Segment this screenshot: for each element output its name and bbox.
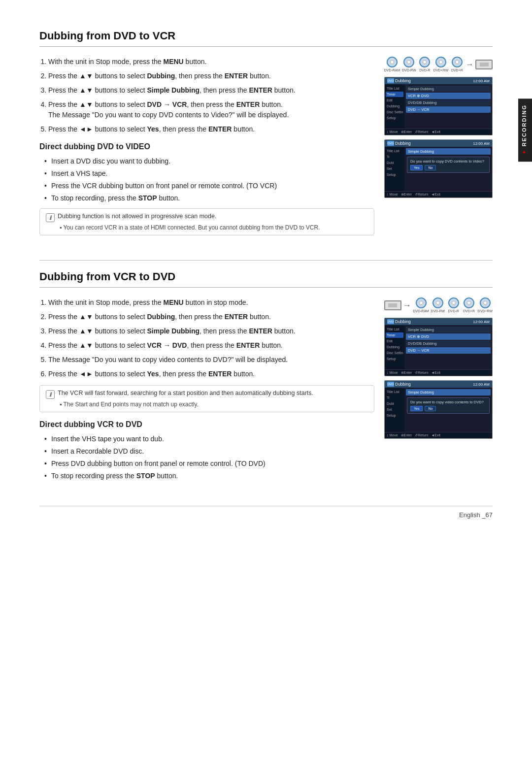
vcr-box-2 <box>384 300 401 310</box>
bullet2-3: Press DVD dubbing button on front panel … <box>44 459 374 469</box>
screen3-main: Simple Dubbing VCR ⊕ DVD DVD/DB Dubbing … <box>404 325 492 369</box>
sidebar-title-list: Title List <box>386 86 403 91</box>
dialog-vcr-to-dvd: Do you want to copy video contents to DV… <box>407 397 490 414</box>
step1-1: With the unit in Stop mode, press the ME… <box>48 57 374 67</box>
dvd-icon-r: DVD-R <box>418 57 432 72</box>
footer-return-2: ↺Return <box>415 193 428 197</box>
bullet1-4: To stop recording, press the STOP button… <box>44 193 374 203</box>
sidebar2-setup: Setup <box>386 172 403 177</box>
sidebar-edit: Edit <box>386 98 403 103</box>
dialog-yes-2[interactable]: Yes <box>410 406 423 411</box>
footer-enter-4: ⊕Enter <box>401 433 412 437</box>
sidebar-setup: Setup <box>386 115 403 121</box>
brand-logo-3: DVD <box>387 319 394 324</box>
step2-3: Press the ▲▼ buttons to select Simple Du… <box>48 326 374 336</box>
section-divider <box>39 260 493 261</box>
sidebar3-edit: Edit <box>386 338 403 344</box>
note1-text1: Dubbing function is not allowed in progr… <box>58 213 216 220</box>
dialog-dvd-to-vcr: Do you want to copy DVD contents to Vide… <box>407 157 490 173</box>
screen3-menu: Simple Dubbing VCR ⊕ DVD DVD/DB Dubbing … <box>406 327 491 354</box>
screen2-main: Simple Dubbing Do you want to copy DVD c… <box>404 147 492 191</box>
screen2-mockup: DVD Dubbing 12:00 AM Title List Ti Dubl … <box>384 139 493 198</box>
sidebar3-title: Title List <box>386 327 403 332</box>
screen1-menu: Simple Dubbing VCR ⊕ DVD DVD/DB Dubbing … <box>406 86 491 113</box>
screen4-time: 12:00 AM <box>473 382 490 387</box>
screen4-sidebar: Title List Ti Dubt Set Setup <box>385 388 404 432</box>
dialog-no-1[interactable]: No <box>425 165 436 170</box>
footer-return-3: ↺Return <box>415 371 428 375</box>
step1-2: Press the ▲▼ buttons to select Dubbing, … <box>48 71 374 81</box>
bullet1-3: Press the VCR dubbing button on front pa… <box>44 181 374 191</box>
screen3-brand: DVD Dubbing <box>387 319 411 324</box>
screen4-brand: DVD Dubbing <box>387 382 411 387</box>
section2-steps: With the unit in Stop mode, press the ME… <box>39 297 374 379</box>
note2-sub: The Start and End points may not match u… <box>46 401 368 408</box>
screen2-body: Title List Ti Dubl Set Setup Simple Dubb… <box>385 147 492 191</box>
sidebar-disc: Disc Setting <box>386 109 403 115</box>
footer-return-4: ↺Return <box>415 433 428 437</box>
screen1-mockup: DVD Dubbing 12:00 AM Title List Timer Ed… <box>384 77 493 135</box>
subsection1-title: Direct dubbing DVD to VIDEO <box>39 142 374 151</box>
sidebar-timer: Timer <box>386 92 403 97</box>
bullet2-4: To stop recording press the STOP button. <box>44 471 374 481</box>
section1-ui: DVD-RAM DVD-RW DVD-R DVD+RW <box>384 57 493 240</box>
section1-bullets: Insert a DVD disc you want to dubbing. I… <box>39 156 374 203</box>
screen4-header: DVD Dubbing 12:00 AM <box>385 381 492 388</box>
sidebar3-dubbing: Dubbing <box>386 344 403 350</box>
vcr-box-1 <box>475 60 493 69</box>
screen1-header: DVD Dubbing 12:00 AM <box>385 77 492 84</box>
step2-1: With the unit in Stop mode, press the ME… <box>48 297 374 308</box>
menu-vcr-dvd: VCR ⊕ DVD <box>406 93 491 99</box>
footer-exit-4: ◄Exit <box>431 433 440 437</box>
dialog-no-2[interactable]: No <box>425 406 436 411</box>
page-number: English _67 <box>459 511 493 519</box>
dvd-icon-rw: DVD-RW <box>402 57 416 72</box>
sidebar4-setup: Setup <box>386 413 403 418</box>
sidebar3-setup: Setup <box>386 356 403 362</box>
step1-4: Press the ▲▼ buttons to select DVD → VCR… <box>48 99 374 120</box>
sidebar3-disc: Disc Setting <box>386 350 403 356</box>
dvd-icon-ram: DVD-RAM <box>384 57 400 72</box>
screen4-body: Title List Ti Dubt Set Setup Simple Dubb… <box>385 388 492 432</box>
sidebar4-title: Title List <box>386 389 403 395</box>
bullet1-1: Insert a DVD disc you want to dubbing. <box>44 156 374 166</box>
dvd2-icon-plus-r: DVD+R <box>462 297 475 313</box>
menu3-vcr-dvd: VCR ⊕ DVD <box>406 333 491 340</box>
sidebar2-dubl: Dubl <box>386 160 403 165</box>
step1-5: Press the ◄► buttons to select Yes, then… <box>48 124 374 134</box>
dvd2-icon-r: DVD-R <box>447 297 460 313</box>
screen1-title-text: Dubbing <box>395 78 411 83</box>
screen3-footer: ↕ Move ⊕Enter ↺Return ◄Exit <box>385 369 492 376</box>
screen3-header: DVD Dubbing 12:00 AM <box>385 318 492 325</box>
section1-notes: ℹ Dubbing function is not allowed in pro… <box>39 208 374 235</box>
arrow-to-vcr: → <box>466 60 473 69</box>
footer-exit-1: ◄Exit <box>431 130 440 134</box>
dialog-text-1: Do you want to copy DVD contents to Vide… <box>410 159 486 164</box>
arrow-to-dvd: → <box>403 301 411 310</box>
dialog-yes-1[interactable]: Yes <box>410 165 423 170</box>
note2-text1: The VCR will fast forward, searching for… <box>58 390 313 396</box>
menu-dvd-db: DVD/DB Dubbing <box>406 99 491 106</box>
menu2-simple: Simple Dubbing <box>406 148 491 155</box>
screen1-brand: DVD Dubbing <box>387 78 411 83</box>
screen1-time: 12:00 AM <box>473 79 490 83</box>
subsection2-title: Direct dubbing VCR to DVD <box>39 420 374 429</box>
footer-enter-2: ⊕Enter <box>401 193 412 197</box>
section1-steps: With the unit in Stop mode, press the ME… <box>39 57 374 134</box>
screen1-body: Title List Timer Edit Dubbing Disc Setti… <box>385 84 492 129</box>
dvd-icon-row-1: DVD-RAM DVD-RW DVD-R DVD+RW <box>384 57 493 72</box>
sidebar4-ti: Ti <box>386 395 403 400</box>
brand-logo-2: DVD <box>387 141 394 146</box>
section1-text: With the unit in Stop mode, press the ME… <box>39 57 374 240</box>
brand-logo-4: DVD <box>387 382 394 387</box>
step2-4: Press the ▲▼ buttons to select VCR → DVD… <box>48 340 374 351</box>
screen4-main: Simple Dubbing Do you want to copy video… <box>404 388 492 432</box>
step2-6: Press the ◄► buttons to select Yes, then… <box>48 369 374 379</box>
section-dvd-to-vcr: Dubbing from DVD to VCR With the unit in… <box>39 30 493 240</box>
dvd-icon-plus-r: DVD+R <box>450 57 464 72</box>
note-icon-1: ℹ <box>46 213 55 222</box>
screen2-title-text: Dubbing <box>395 141 411 146</box>
section1-content: With the unit in Stop mode, press the ME… <box>39 57 493 240</box>
screen3-time: 12:00 AM <box>473 320 490 324</box>
menu3-dvd-vcr: DVD → VCR <box>406 347 491 354</box>
